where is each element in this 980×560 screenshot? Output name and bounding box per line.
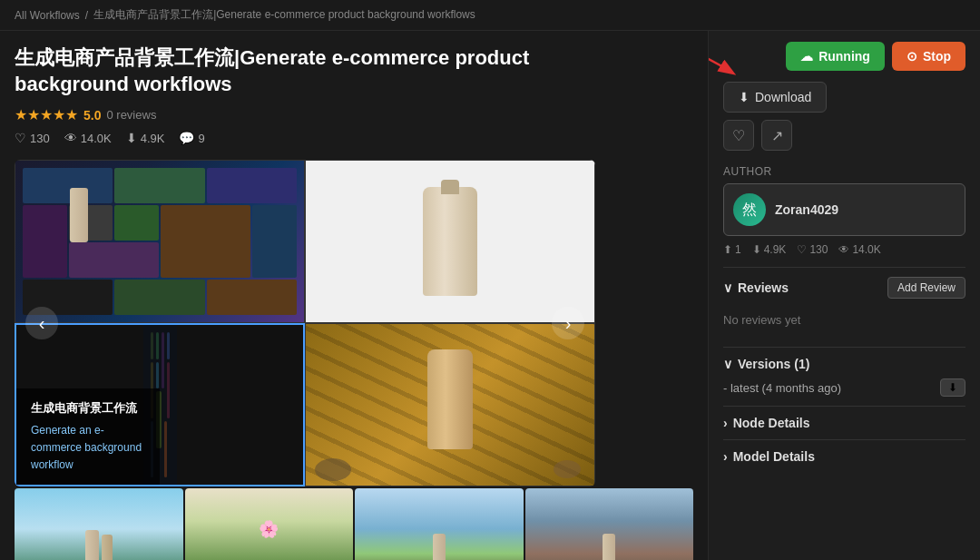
author-label: Author bbox=[723, 165, 965, 178]
gallery: 生成电商背景工作流 Generate an e-commerce backgro… bbox=[15, 160, 595, 486]
comments-value: 9 bbox=[198, 132, 204, 145]
likes-value: 130 bbox=[30, 132, 50, 145]
chevron-right-icon: › bbox=[723, 416, 728, 430]
carousel-prev[interactable]: ‹ bbox=[25, 307, 58, 339]
reviews-header[interactable]: ∨ Reviews Add Review bbox=[723, 277, 965, 299]
author-avatar: 然 bbox=[733, 193, 766, 226]
comments-stat: 💬 9 bbox=[179, 131, 204, 145]
dl-icon: ⬇ bbox=[752, 243, 761, 256]
upload-icon: ⬆ bbox=[723, 243, 732, 256]
rating-score: 5.0 bbox=[83, 108, 101, 123]
author-likes-stat: ♡ 130 bbox=[797, 243, 828, 256]
running-button[interactable]: ☁ Running bbox=[786, 42, 885, 71]
gallery-cell-nodes bbox=[15, 160, 305, 323]
stop-icon: ⊙ bbox=[906, 49, 917, 64]
chevron-right-icon-2: › bbox=[723, 449, 728, 464]
like-button[interactable]: ♡ bbox=[723, 120, 754, 151]
stop-button[interactable]: ⊙ Stop bbox=[892, 42, 965, 71]
breadcrumb-all-workflows[interactable]: All Workflows bbox=[15, 9, 80, 22]
author-info: Zoran4029 bbox=[775, 202, 838, 217]
gallery-overlay: 生成电商背景工作流 Generate an e-commerce backgro… bbox=[16, 388, 160, 485]
thumb-beach[interactable] bbox=[355, 488, 524, 560]
thumb-rocky[interactable] bbox=[525, 488, 694, 560]
versions-header[interactable]: ∨ Versions (1) bbox=[723, 357, 965, 371]
versions-title: ∨ Versions (1) bbox=[723, 357, 809, 371]
breadcrumb-current: 生成电商产品背景工作流|Generate e-commerce product … bbox=[93, 7, 475, 23]
icon-row: ♡ ↗ bbox=[723, 120, 965, 151]
thumb-sky[interactable] bbox=[15, 488, 183, 560]
chevron-down-icon: ∨ bbox=[723, 280, 732, 295]
page-title: 生成电商产品背景工作流|Generate e-commerce product … bbox=[15, 45, 604, 97]
eye-icon-2: 👁 bbox=[838, 243, 849, 256]
author-card[interactable]: 然 Zoran4029 bbox=[723, 183, 965, 236]
chevron-down-icon-2: ∨ bbox=[723, 357, 732, 371]
reviews-count: 0 reviews bbox=[106, 108, 156, 122]
gallery-cell-workflow: 生成电商背景工作流 Generate an e-commerce backgro… bbox=[15, 323, 305, 486]
carousel-next[interactable]: › bbox=[552, 307, 584, 339]
overlay-en-text: Generate an e-commerce background workfl… bbox=[31, 422, 145, 475]
thumb-flower[interactable]: 🌸 bbox=[185, 488, 354, 560]
author-stats: ⬆ 1 ⬇ 4.9K ♡ 130 👁 14.0K bbox=[723, 243, 965, 256]
stars: ★★★★★ bbox=[15, 106, 78, 123]
rating-row: ★★★★★ 5.0 0 reviews bbox=[15, 106, 693, 123]
author-section: Author 然 Zoran4029 ⬆ 1 ⬇ 4.9K ♡ 130 bbox=[723, 165, 965, 256]
share-button[interactable]: ↗ bbox=[761, 120, 792, 151]
breadcrumb: All Workflows / 生成电商产品背景工作流|Generate e-c… bbox=[0, 0, 980, 31]
red-arrow bbox=[708, 31, 769, 100]
version-text: - latest (4 months ago) bbox=[723, 381, 841, 395]
no-reviews-text: No reviews yet bbox=[723, 306, 965, 334]
likes-stat: ♡ 130 bbox=[15, 131, 50, 145]
versions-section: ∨ Versions (1) - latest (4 months ago) ⬇ bbox=[723, 347, 965, 406]
cloud-icon: ☁ bbox=[800, 49, 813, 64]
reviews-title: ∨ Reviews bbox=[723, 280, 789, 295]
author-downloads-stat: ⬇ 4.9K bbox=[752, 243, 787, 256]
views-stat: 👁 14.0K bbox=[64, 131, 112, 145]
node-details-section: › Node Details bbox=[723, 406, 965, 439]
download-icon: ⬇ bbox=[126, 131, 137, 145]
left-content: 生成电商产品背景工作流|Generate e-commerce product … bbox=[0, 31, 708, 560]
gallery-thumbnails: 🌸 bbox=[15, 488, 693, 560]
eye-icon: 👁 bbox=[64, 131, 77, 145]
heart-icon: ♡ bbox=[15, 131, 26, 145]
overlay-zh-text: 生成电商背景工作流 bbox=[31, 399, 145, 418]
downloads-stat: ⬇ 4.9K bbox=[126, 131, 165, 145]
reviews-section: ∨ Reviews Add Review No reviews yet bbox=[723, 267, 965, 343]
downloads-value: 4.9K bbox=[141, 132, 165, 145]
version-download-button[interactable]: ⬇ bbox=[940, 378, 965, 397]
model-details-header[interactable]: › Model Details bbox=[723, 449, 965, 464]
breadcrumb-separator: / bbox=[85, 9, 88, 22]
node-details-header[interactable]: › Node Details bbox=[723, 416, 965, 430]
views-value: 14.0K bbox=[81, 132, 112, 145]
heart-icon-2: ♡ bbox=[797, 243, 807, 256]
add-review-button[interactable]: Add Review bbox=[887, 277, 965, 299]
right-sidebar: ☁ Running ⊙ Stop ⬇ Download bbox=[708, 31, 980, 560]
author-name: Zoran4029 bbox=[775, 202, 838, 217]
author-views-stat: 👁 14.0K bbox=[838, 243, 880, 256]
gallery-cell-product-warm bbox=[305, 323, 595, 486]
gallery-cell-product-white bbox=[305, 160, 595, 323]
version-entry: - latest (4 months ago) ⬇ bbox=[723, 378, 965, 397]
stats-row: ♡ 130 👁 14.0K ⬇ 4.9K 💬 9 bbox=[15, 131, 693, 145]
comment-icon: 💬 bbox=[179, 131, 194, 145]
author-uploads: ⬆ 1 bbox=[723, 243, 741, 256]
model-details-section: › Model Details bbox=[723, 439, 965, 473]
